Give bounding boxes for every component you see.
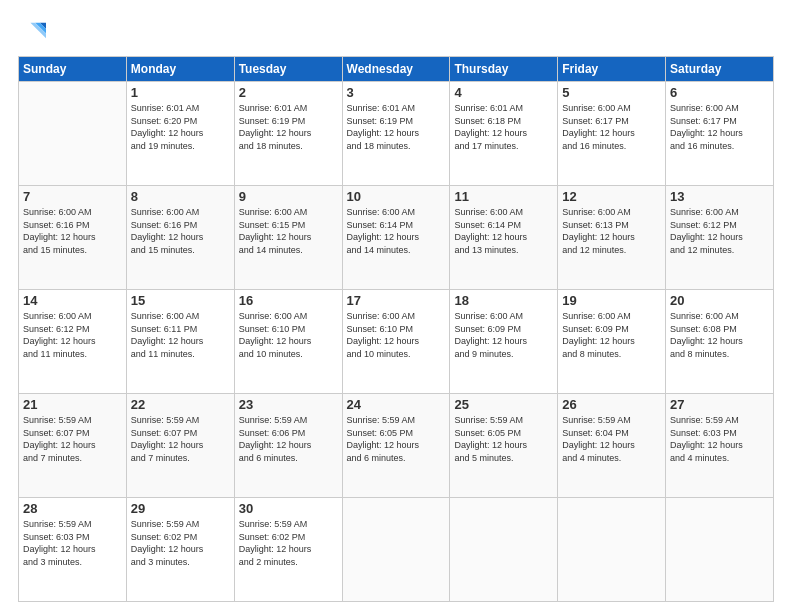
day-info: Sunrise: 6:01 AM Sunset: 6:19 PM Dayligh… — [239, 102, 338, 152]
calendar-cell: 3Sunrise: 6:01 AM Sunset: 6:19 PM Daylig… — [342, 82, 450, 186]
header — [18, 18, 774, 46]
calendar-cell: 28Sunrise: 5:59 AM Sunset: 6:03 PM Dayli… — [19, 498, 127, 602]
weekday-header: Sunday — [19, 57, 127, 82]
day-number: 17 — [347, 293, 446, 308]
day-number: 6 — [670, 85, 769, 100]
day-number: 1 — [131, 85, 230, 100]
day-number: 12 — [562, 189, 661, 204]
day-number: 21 — [23, 397, 122, 412]
day-info: Sunrise: 6:00 AM Sunset: 6:12 PM Dayligh… — [670, 206, 769, 256]
calendar-week-row: 14Sunrise: 6:00 AM Sunset: 6:12 PM Dayli… — [19, 290, 774, 394]
day-info: Sunrise: 5:59 AM Sunset: 6:07 PM Dayligh… — [131, 414, 230, 464]
day-number: 13 — [670, 189, 769, 204]
day-info: Sunrise: 6:00 AM Sunset: 6:09 PM Dayligh… — [562, 310, 661, 360]
calendar-cell: 9Sunrise: 6:00 AM Sunset: 6:15 PM Daylig… — [234, 186, 342, 290]
day-info: Sunrise: 5:59 AM Sunset: 6:02 PM Dayligh… — [131, 518, 230, 568]
calendar-cell: 15Sunrise: 6:00 AM Sunset: 6:11 PM Dayli… — [126, 290, 234, 394]
day-number: 11 — [454, 189, 553, 204]
calendar-cell: 19Sunrise: 6:00 AM Sunset: 6:09 PM Dayli… — [558, 290, 666, 394]
day-number: 24 — [347, 397, 446, 412]
day-info: Sunrise: 5:59 AM Sunset: 6:07 PM Dayligh… — [23, 414, 122, 464]
calendar-cell — [450, 498, 558, 602]
day-info: Sunrise: 6:00 AM Sunset: 6:17 PM Dayligh… — [562, 102, 661, 152]
calendar-cell — [342, 498, 450, 602]
calendar-cell: 22Sunrise: 5:59 AM Sunset: 6:07 PM Dayli… — [126, 394, 234, 498]
day-number: 19 — [562, 293, 661, 308]
weekday-header: Monday — [126, 57, 234, 82]
calendar-cell: 23Sunrise: 5:59 AM Sunset: 6:06 PM Dayli… — [234, 394, 342, 498]
day-info: Sunrise: 6:00 AM Sunset: 6:12 PM Dayligh… — [23, 310, 122, 360]
day-info: Sunrise: 5:59 AM Sunset: 6:05 PM Dayligh… — [454, 414, 553, 464]
calendar-cell: 16Sunrise: 6:00 AM Sunset: 6:10 PM Dayli… — [234, 290, 342, 394]
day-number: 7 — [23, 189, 122, 204]
calendar-cell: 2Sunrise: 6:01 AM Sunset: 6:19 PM Daylig… — [234, 82, 342, 186]
day-number: 29 — [131, 501, 230, 516]
day-info: Sunrise: 6:00 AM Sunset: 6:14 PM Dayligh… — [347, 206, 446, 256]
calendar-cell: 12Sunrise: 6:00 AM Sunset: 6:13 PM Dayli… — [558, 186, 666, 290]
day-info: Sunrise: 5:59 AM Sunset: 6:04 PM Dayligh… — [562, 414, 661, 464]
day-info: Sunrise: 5:59 AM Sunset: 6:03 PM Dayligh… — [23, 518, 122, 568]
day-number: 26 — [562, 397, 661, 412]
calendar-cell: 4Sunrise: 6:01 AM Sunset: 6:18 PM Daylig… — [450, 82, 558, 186]
day-number: 4 — [454, 85, 553, 100]
day-number: 25 — [454, 397, 553, 412]
day-number: 15 — [131, 293, 230, 308]
day-number: 8 — [131, 189, 230, 204]
day-number: 28 — [23, 501, 122, 516]
calendar-cell: 26Sunrise: 5:59 AM Sunset: 6:04 PM Dayli… — [558, 394, 666, 498]
day-number: 5 — [562, 85, 661, 100]
calendar-cell — [19, 82, 127, 186]
logo-icon — [18, 18, 46, 46]
day-info: Sunrise: 6:00 AM Sunset: 6:14 PM Dayligh… — [454, 206, 553, 256]
calendar-week-row: 28Sunrise: 5:59 AM Sunset: 6:03 PM Dayli… — [19, 498, 774, 602]
calendar-cell: 17Sunrise: 6:00 AM Sunset: 6:10 PM Dayli… — [342, 290, 450, 394]
calendar-week-row: 1Sunrise: 6:01 AM Sunset: 6:20 PM Daylig… — [19, 82, 774, 186]
calendar-cell: 13Sunrise: 6:00 AM Sunset: 6:12 PM Dayli… — [666, 186, 774, 290]
calendar-cell: 27Sunrise: 5:59 AM Sunset: 6:03 PM Dayli… — [666, 394, 774, 498]
day-info: Sunrise: 6:00 AM Sunset: 6:13 PM Dayligh… — [562, 206, 661, 256]
weekday-header: Thursday — [450, 57, 558, 82]
calendar-cell: 18Sunrise: 6:00 AM Sunset: 6:09 PM Dayli… — [450, 290, 558, 394]
day-info: Sunrise: 5:59 AM Sunset: 6:03 PM Dayligh… — [670, 414, 769, 464]
calendar-cell: 29Sunrise: 5:59 AM Sunset: 6:02 PM Dayli… — [126, 498, 234, 602]
calendar-cell: 11Sunrise: 6:00 AM Sunset: 6:14 PM Dayli… — [450, 186, 558, 290]
day-number: 2 — [239, 85, 338, 100]
day-number: 14 — [23, 293, 122, 308]
day-number: 10 — [347, 189, 446, 204]
logo — [18, 18, 50, 46]
day-number: 23 — [239, 397, 338, 412]
calendar-cell: 8Sunrise: 6:00 AM Sunset: 6:16 PM Daylig… — [126, 186, 234, 290]
day-info: Sunrise: 6:00 AM Sunset: 6:16 PM Dayligh… — [131, 206, 230, 256]
calendar-cell: 24Sunrise: 5:59 AM Sunset: 6:05 PM Dayli… — [342, 394, 450, 498]
day-number: 22 — [131, 397, 230, 412]
day-info: Sunrise: 6:01 AM Sunset: 6:20 PM Dayligh… — [131, 102, 230, 152]
calendar-cell: 10Sunrise: 6:00 AM Sunset: 6:14 PM Dayli… — [342, 186, 450, 290]
calendar-cell: 1Sunrise: 6:01 AM Sunset: 6:20 PM Daylig… — [126, 82, 234, 186]
day-info: Sunrise: 6:00 AM Sunset: 6:15 PM Dayligh… — [239, 206, 338, 256]
day-info: Sunrise: 6:00 AM Sunset: 6:10 PM Dayligh… — [239, 310, 338, 360]
day-info: Sunrise: 5:59 AM Sunset: 6:02 PM Dayligh… — [239, 518, 338, 568]
calendar-cell — [666, 498, 774, 602]
day-info: Sunrise: 6:00 AM Sunset: 6:08 PM Dayligh… — [670, 310, 769, 360]
day-info: Sunrise: 6:01 AM Sunset: 6:19 PM Dayligh… — [347, 102, 446, 152]
weekday-header: Friday — [558, 57, 666, 82]
day-info: Sunrise: 5:59 AM Sunset: 6:05 PM Dayligh… — [347, 414, 446, 464]
day-number: 27 — [670, 397, 769, 412]
calendar-cell: 30Sunrise: 5:59 AM Sunset: 6:02 PM Dayli… — [234, 498, 342, 602]
calendar-cell: 6Sunrise: 6:00 AM Sunset: 6:17 PM Daylig… — [666, 82, 774, 186]
calendar-cell: 7Sunrise: 6:00 AM Sunset: 6:16 PM Daylig… — [19, 186, 127, 290]
day-info: Sunrise: 6:00 AM Sunset: 6:09 PM Dayligh… — [454, 310, 553, 360]
calendar-cell: 25Sunrise: 5:59 AM Sunset: 6:05 PM Dayli… — [450, 394, 558, 498]
calendar-header-row: SundayMondayTuesdayWednesdayThursdayFrid… — [19, 57, 774, 82]
weekday-header: Saturday — [666, 57, 774, 82]
calendar-cell: 5Sunrise: 6:00 AM Sunset: 6:17 PM Daylig… — [558, 82, 666, 186]
calendar-week-row: 21Sunrise: 5:59 AM Sunset: 6:07 PM Dayli… — [19, 394, 774, 498]
day-number: 16 — [239, 293, 338, 308]
calendar-cell: 21Sunrise: 5:59 AM Sunset: 6:07 PM Dayli… — [19, 394, 127, 498]
day-info: Sunrise: 6:00 AM Sunset: 6:16 PM Dayligh… — [23, 206, 122, 256]
weekday-header: Wednesday — [342, 57, 450, 82]
day-number: 3 — [347, 85, 446, 100]
calendar-cell: 20Sunrise: 6:00 AM Sunset: 6:08 PM Dayli… — [666, 290, 774, 394]
day-info: Sunrise: 6:00 AM Sunset: 6:10 PM Dayligh… — [347, 310, 446, 360]
page: SundayMondayTuesdayWednesdayThursdayFrid… — [0, 0, 792, 612]
